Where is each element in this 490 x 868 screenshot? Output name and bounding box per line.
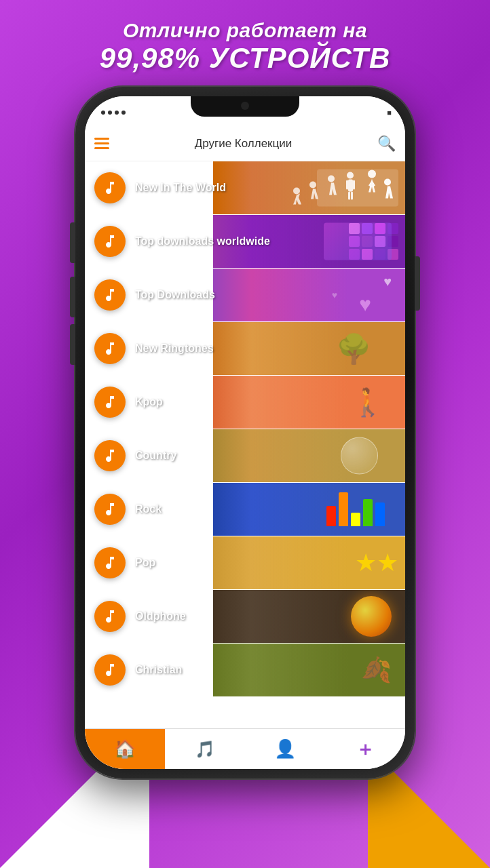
music-note-icon [102,608,118,625]
plus-icon: ＋ [356,736,375,762]
item-content-7: Rock [85,494,405,525]
person-icon: 👤 [274,738,296,760]
music-note-icon [102,555,118,571]
music-note-icon [102,662,118,678]
battery-indicator: ■ [387,108,392,117]
music-icon-10 [94,654,126,686]
list-item[interactable]: 🌳 New Ringtones [85,322,405,376]
list-item[interactable]: ♥ ♥ ♥ Top Downloads [85,269,405,322]
list-item[interactable]: Top downloads worldwide [85,215,405,269]
music-note-icon [102,180,118,196]
music-note-icon [102,287,118,303]
nav-add-button[interactable]: ＋ [325,729,405,769]
item-label-6: Country [135,450,176,462]
front-camera [241,102,249,110]
list-item[interactable]: Rock [85,483,405,536]
item-content-10: Christian [85,654,405,686]
item-label-10: Christian [135,664,182,676]
item-content-8: Pop [85,547,405,578]
hamburger-line-1 [94,138,109,140]
music-note-icon [102,448,118,464]
list-item[interactable]: New In The World [85,161,405,215]
music-icon-4 [94,333,126,364]
music-library-icon: 🎵 [195,740,215,759]
music-icon-2 [94,226,126,257]
music-icon-6 [94,440,126,471]
search-icon[interactable]: 🔍 [377,135,396,153]
list-item[interactable]: Oldphone [85,590,405,644]
app-header: Другие Коллекции 🔍 [85,126,405,161]
item-content-3: Top Downloads [85,279,405,311]
music-icon-3 [94,279,126,311]
hamburger-line-3 [94,147,109,149]
music-icon-8 [94,547,126,578]
phone-mockup: ■ Другие Коллекции 🔍 [75,87,415,778]
item-content-2: Top downloads worldwide [85,226,405,257]
dot-3 [115,111,119,115]
signal-dots [101,111,126,115]
nav-profile-button[interactable]: 👤 [245,729,325,769]
item-content-6: Country [85,440,405,471]
music-note-icon [102,233,118,250]
list-item[interactable]: 🚶 Kpop [85,376,405,429]
dot-4 [121,111,126,115]
home-icon: 🏠 [114,738,136,760]
item-content-1: New In The World [85,172,405,203]
item-content-9: Oldphone [85,601,405,632]
item-label-7: Rock [135,503,162,515]
app-title: Другие Коллекции [117,137,369,151]
hamburger-line-2 [94,142,109,144]
list-item[interactable]: ★★ Pop [85,536,405,590]
item-content-4: New Ringtones [85,333,405,364]
item-content-5: Kpop [85,387,405,418]
status-bar: ■ [85,96,405,126]
item-label-4: New Ringtones [135,342,214,355]
music-icon-9 [94,601,126,632]
music-note-icon [102,340,118,357]
bottom-navigation: 🏠 🎵 👤 ＋ [85,728,405,769]
item-label-3: Top Downloads [135,289,215,301]
list-item[interactable]: Country [85,429,405,483]
promo-line2: 99,98% УСТРОЙСТВ [100,42,391,75]
item-label-5: Kpop [135,396,163,408]
collections-list: New In The World [85,161,405,728]
nav-home-button[interactable]: 🏠 [85,729,165,769]
notch [191,96,299,117]
phone-screen: ■ Другие Коллекции 🔍 [85,96,405,769]
item-label-8: Pop [135,557,155,569]
music-icon-5 [94,387,126,418]
phone-outer-shell: ■ Другие Коллекции 🔍 [75,87,415,778]
dot-1 [101,111,105,115]
music-note-icon [102,501,118,517]
promo-line1: Отлично работает на [100,19,391,42]
item-label-2: Top downloads worldwide [135,235,270,248]
music-icon-7 [94,494,126,525]
item-label-9: Oldphone [135,610,186,623]
list-item[interactable]: 🍂 Christian [85,644,405,697]
music-note-icon [102,394,118,410]
dot-2 [108,111,112,115]
promo-header: Отлично работает на 99,98% УСТРОЙСТВ [100,19,391,75]
hamburger-menu-button[interactable] [94,138,109,149]
nav-music-button[interactable]: 🎵 [165,729,245,769]
music-icon-1 [94,172,126,203]
item-label-1: New In The World [135,182,226,194]
